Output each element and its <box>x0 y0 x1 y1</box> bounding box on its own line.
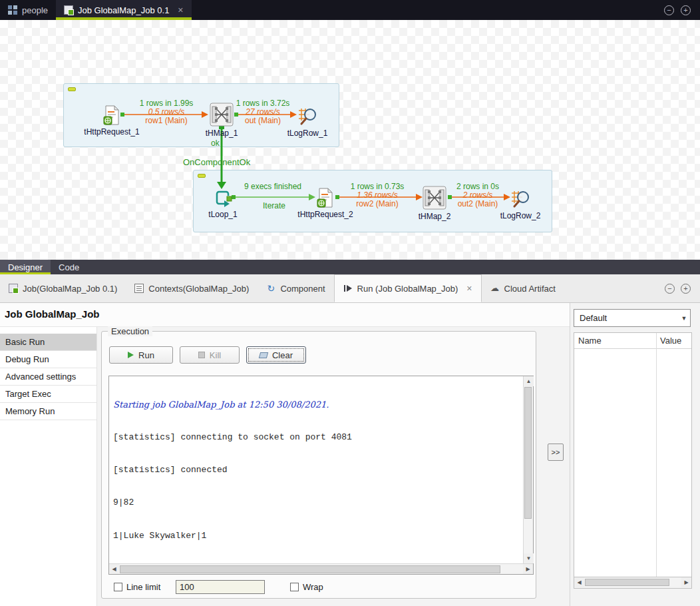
tab-job[interactable]: Job(GlobalMap_Job 0.1) <box>0 274 126 302</box>
kill-button[interactable]: Kill <box>180 346 240 364</box>
contexts-tab-icon <box>134 284 144 293</box>
row-name: row1 (Main) <box>123 117 210 125</box>
scroll-down-icon[interactable]: ▼ <box>524 553 534 563</box>
row-name: out2 (Main) <box>435 200 521 208</box>
run-sidebar: Basic Run Debug Run Advanced settings Ta… <box>0 327 97 606</box>
clear-button[interactable]: Clear <box>246 346 306 364</box>
row-name: out (Main) <box>220 117 306 125</box>
component-label: tHttpRequest_2 <box>292 210 359 219</box>
subjob-collapse-handle[interactable] <box>198 174 206 178</box>
connection-label-row2[interactable]: 1 rows in 0.73s 1.36 rows/s row2 (Main) <box>334 182 421 208</box>
row-name: Iterate <box>231 202 317 210</box>
tab-designer[interactable]: Designer <box>0 260 51 274</box>
table-horizontal-scrollbar[interactable]: ◀ ▶ <box>574 577 692 589</box>
scrollbar-thumb[interactable] <box>585 579 669 586</box>
console-line: [statistics] connected <box>113 465 519 475</box>
tab-label: Job(GlobalMap_Job 0.1) <box>23 284 117 294</box>
scroll-right-icon[interactable]: ▶ <box>681 577 691 587</box>
console-line: 9|82 <box>113 497 519 508</box>
line-limit-input[interactable] <box>176 580 265 594</box>
console-output[interactable]: Starting job GlobalMap_Job at 12:50 30/0… <box>109 376 523 563</box>
tab-label: Code <box>59 262 79 272</box>
line-limit-label: Line limit <box>114 582 160 592</box>
minimize-icon[interactable]: − <box>665 284 675 294</box>
sidebar-item-advanced-settings[interactable]: Advanced settings <box>0 368 96 386</box>
trigger-oncomponentok-label[interactable]: OnComponentOk <box>183 157 250 167</box>
execution-legend: Execution <box>108 326 152 336</box>
subjob-collapse-handle[interactable] <box>68 87 76 91</box>
scrollbar-thumb[interactable] <box>524 387 532 519</box>
scroll-left-icon[interactable]: ◀ <box>109 564 119 574</box>
wrap-checkbox[interactable] <box>290 583 299 591</box>
execution-console[interactable]: Starting job GlobalMap_Job at 12:50 30/0… <box>108 376 534 575</box>
restore-panel-button[interactable]: >> <box>548 444 564 461</box>
talend-studio-window: people Job GlobalMap_Job 0.1 × − + <box>0 0 700 606</box>
tab-run[interactable]: Run (Job GlobalMap_Job) × <box>334 274 482 302</box>
sidebar-item-memory-run[interactable]: Memory Run <box>0 403 96 420</box>
editor-tabbar-actions: − + <box>664 0 700 20</box>
sidebar-item-target-exec[interactable]: Target Exec <box>0 386 96 403</box>
button-label: Kill <box>210 350 221 360</box>
connection-label-iterate[interactable]: Iterate <box>231 202 317 210</box>
component-tab-icon: ↻ <box>266 284 275 293</box>
wrap-label: Wrap <box>290 582 323 592</box>
line-limit-checkbox[interactable] <box>114 583 122 591</box>
tab-label: Component <box>280 284 325 294</box>
tab-label: Designer <box>8 262 43 272</box>
tab-label: Cloud Artifact <box>504 284 556 294</box>
connection-label-iterate-stats[interactable]: 9 execs finished <box>230 182 316 191</box>
component-label: tLoop_1 <box>190 210 256 219</box>
column-header-value[interactable]: Value <box>660 336 681 346</box>
close-icon[interactable]: × <box>466 283 472 294</box>
tloop-icon <box>214 189 232 208</box>
maximize-icon[interactable]: + <box>681 284 691 294</box>
component-label: tHttpRequest_1 <box>79 127 145 137</box>
chevron-down-icon: ▼ <box>678 315 690 322</box>
panel-divider[interactable] <box>570 303 570 606</box>
people-tab-icon <box>8 5 17 15</box>
page-title: Job GlobalMap_Job <box>0 303 570 326</box>
tab-label: Run (Job GlobalMap_Job) <box>357 284 458 294</box>
tab-contexts[interactable]: Contexts(GlobalMap_Job) <box>126 274 258 302</box>
thttprequest-icon <box>103 105 120 125</box>
console-line: [statistics] connecting to socket on por… <box>113 432 519 443</box>
connection-label-row1[interactable]: 1 rows in 1.99s 0.5 rows/s row1 (Main) <box>123 99 210 125</box>
close-icon[interactable]: × <box>178 5 183 15</box>
scroll-left-icon[interactable]: ◀ <box>574 577 584 587</box>
context-variables-table: Name Value <box>574 332 692 577</box>
job-tab-icon <box>64 5 73 15</box>
tab-job-globalmap[interactable]: Job GlobalMap_Job 0.1 × <box>56 0 192 20</box>
console-vertical-scrollbar[interactable]: ▲ ▼ <box>523 376 533 563</box>
job-designer-canvas[interactable]: tHttpRequest_1 tHMap_1 tLogRow_1 <box>0 20 700 260</box>
stop-icon <box>198 352 205 358</box>
tab-people[interactable]: people <box>0 0 56 20</box>
context-selector[interactable]: Default ▼ <box>574 309 691 327</box>
connection-label-out[interactable]: 1 rows in 3.72s 27 rows/s out (Main) <box>220 99 306 125</box>
panel-tabbar-actions: − + <box>665 274 700 302</box>
trigger-ok-label: ok <box>211 139 220 148</box>
console-footer: Line limit Wrap <box>108 579 534 597</box>
tab-code[interactable]: Code <box>51 260 87 274</box>
eraser-icon <box>259 352 268 358</box>
scroll-right-icon[interactable]: ▶ <box>523 564 533 574</box>
column-header-name[interactable]: Name <box>578 336 602 346</box>
console-line: 1|Luke Skywalker|1 <box>113 531 519 541</box>
table-header: Name Value <box>574 333 691 349</box>
row-stats: 9 execs finished <box>230 182 316 191</box>
sidebar-item-debug-run[interactable]: Debug Run <box>0 351 96 368</box>
tab-label: Contexts(GlobalMap_Job) <box>148 284 249 294</box>
sidebar-item-basic-run[interactable]: Basic Run <box>0 334 96 351</box>
connection-label-out2[interactable]: 2 rows in 0s 2 rows/s out2 (Main) <box>435 182 521 208</box>
scrollbar-thumb[interactable] <box>120 565 500 573</box>
tab-cloud-artifact[interactable]: ☁ Cloud Artifact <box>482 274 564 302</box>
console-horizontal-scrollbar[interactable]: ◀ ▶ <box>109 563 533 574</box>
designer-code-bar: Designer Code <box>0 260 700 274</box>
column-divider[interactable] <box>656 333 657 577</box>
component-label: tHMap_2 <box>401 212 468 221</box>
maximize-icon[interactable]: + <box>681 5 691 15</box>
thttprequest-icon <box>317 188 334 208</box>
tab-component[interactable]: ↻ Component <box>258 274 333 302</box>
run-button[interactable]: Run <box>109 346 173 364</box>
scroll-up-icon[interactable]: ▲ <box>524 376 534 386</box>
minimize-icon[interactable]: − <box>664 5 674 15</box>
